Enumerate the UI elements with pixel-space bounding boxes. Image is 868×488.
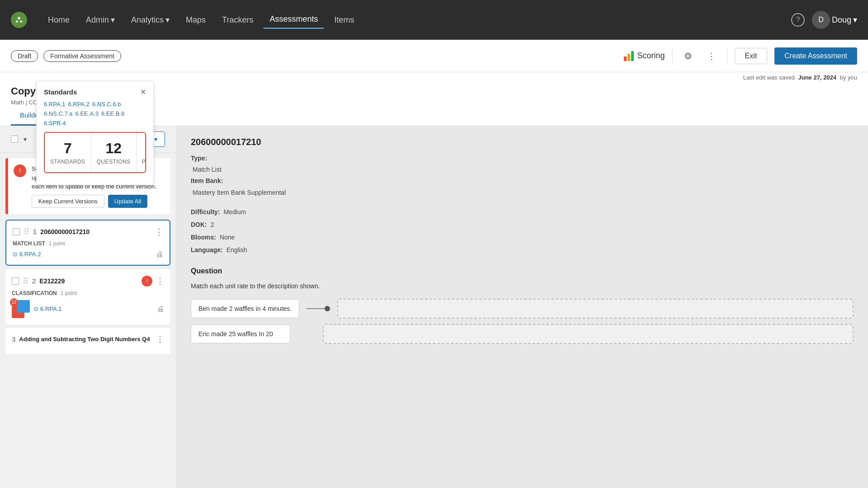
detail-id: 20600000017210 (191, 137, 854, 147)
item-2-type: CLASSIFICATION (12, 290, 57, 296)
item-2-type-row: CLASSIFICATION 1 point (12, 290, 164, 296)
item-2-more-icon[interactable]: ⋮ (156, 276, 164, 286)
match-right-2 (323, 324, 854, 344)
stacked-badge: 12 (10, 298, 18, 306)
questions-count: 12 (105, 140, 122, 157)
nav-items[interactable]: Items (328, 12, 360, 28)
svg-point-2 (20, 20, 23, 23)
std-tag-3[interactable]: 6.NS.C.7.a (44, 110, 73, 117)
std-tag-0[interactable]: 6.RPA.1 (44, 101, 65, 108)
nav-assessments[interactable]: Assessments (263, 11, 324, 29)
detail-type: Type: Match List (191, 153, 854, 175)
item-1-footer: ⊙ 6.RPA.2 🖨 (13, 250, 163, 258)
item-1-drag-handle[interactable]: ⠿ (24, 227, 29, 237)
nav-home[interactable]: Home (42, 12, 76, 28)
item-card-3[interactable]: 3 Adding and Subtracting Two Digit Numbe… (5, 328, 170, 354)
item-1-print-icon[interactable]: 🖨 (156, 250, 163, 258)
match-dot-1 (325, 306, 330, 311)
top-nav: Home Admin ▾ Analytics ▾ Maps Trackers A… (0, 0, 868, 40)
item-1-type-row: MATCH LIST 1 point (13, 240, 163, 247)
item-1-number: 1 (33, 228, 37, 235)
question-text: Match each unit rate to the description … (191, 282, 854, 290)
item-3-header: 3 Adding and Subtracting Two Digit Numbe… (12, 334, 164, 344)
detail-attrs: Difficulty: Medium DOK: 2 Blooms: None L… (191, 206, 854, 256)
stats-box: 7 STANDARDS 12 QUESTIONS 18 POINTS (44, 132, 146, 173)
standards-tags: 6.RPA.1 6.RPA.2 6.NS.C.6.b 6.NS.C.7.a 6.… (44, 101, 146, 127)
standards-close-icon[interactable]: ✕ (140, 88, 146, 96)
scoring-button[interactable]: Scoring (624, 51, 665, 61)
standard-icon2: ⊙ (33, 305, 38, 312)
match-line-1 (307, 308, 325, 309)
update-all-button[interactable]: Update All (108, 195, 147, 208)
select-all-checkbox[interactable] (11, 136, 18, 143)
formative-badge[interactable]: Formative Assessment (43, 50, 121, 62)
draft-badge[interactable]: Draft (11, 50, 38, 62)
item-2-drag-handle[interactable]: ⠿ (23, 276, 28, 286)
select-chevron-icon[interactable]: ▾ (24, 136, 27, 143)
settings-icon[interactable]: ⚙ (680, 48, 696, 64)
points-label: POINTS (142, 159, 146, 165)
nav-right: ? D Doug ▾ (791, 11, 857, 29)
toolbar: Draft Formative Assessment Scoring ⚙ ⋮ E… (0, 40, 868, 72)
more-options-icon[interactable]: ⋮ (703, 48, 720, 64)
stacked-layer2 (17, 300, 30, 313)
last-edit-bar: Last edit was saved June 27, 2024 by you (0, 72, 868, 81)
detail-blooms: Blooms: None (191, 231, 854, 244)
item-1-checkbox[interactable] (13, 228, 20, 235)
detail-dok: DOK: 2 (191, 218, 854, 231)
item-2-checkbox[interactable] (12, 277, 19, 285)
item-2-alert-badge: ! (142, 276, 152, 286)
keep-versions-button[interactable]: Keep Current Versions (32, 195, 104, 208)
std-tag-2[interactable]: 6.NS.C.6.b (92, 101, 121, 108)
item-1-type: MATCH LIST (13, 240, 45, 247)
detail-difficulty: Difficulty: Medium (191, 206, 854, 218)
match-connector-1 (307, 306, 330, 311)
question-label: Question (191, 267, 854, 275)
item-1-standard: ⊙ 6.RPA.2 (13, 251, 41, 258)
detail-language: Language: English (191, 244, 854, 256)
item-2-stacked-icon: 12 (12, 300, 30, 318)
nav-trackers[interactable]: Trackers (216, 12, 259, 28)
points-count: 18 (145, 140, 146, 157)
help-icon[interactable]: ? (791, 13, 805, 27)
std-tag-6[interactable]: 6.SPR.4 (44, 120, 66, 127)
question-section: Question Match each unit rate to the des… (191, 267, 854, 344)
stat-questions: 12 QUESTIONS (91, 133, 137, 172)
standard-icon: ⊙ (13, 251, 18, 258)
svg-point-1 (16, 20, 19, 23)
standards-label: STANDARDS (50, 159, 85, 165)
alert-icon: ! (14, 164, 26, 177)
match-list: Ben made 2 waffles in 4 minutes. Eric ma… (191, 299, 854, 344)
exit-button[interactable]: Exit (735, 48, 768, 64)
match-row-2: Eric made 25 waffles In 20 (191, 324, 854, 344)
item-card-2[interactable]: ⠿ 2 E212229 ! ⋮ CLASSIFICATION 1 point (5, 269, 170, 324)
select-all-area: ▾ (11, 136, 27, 143)
user-menu[interactable]: D Doug ▾ (812, 11, 857, 29)
item-2-id: E212229 (39, 277, 65, 285)
item-3-more-icon[interactable]: ⋮ (156, 334, 164, 344)
std-tag-1[interactable]: 6.RPA.2 (68, 101, 89, 108)
item-1-points: 1 point (49, 240, 65, 247)
separator2 (727, 48, 727, 64)
header-section: Draft Formative Assessment Scoring ⚙ ⋮ E… (0, 40, 868, 126)
scoring-icon (624, 51, 634, 61)
right-panel: 20600000017210 Type: Match List Item Ban… (176, 126, 868, 488)
create-assessment-button[interactable]: Create Assessment (774, 47, 857, 65)
std-tag-4[interactable]: 6.EE.A.3 (75, 110, 99, 117)
item-card-1[interactable]: ⠿ 1 20600000017210 ⋮ MATCH LIST 1 point … (5, 220, 170, 266)
std-tag-5[interactable]: 6.EE.B.8 (101, 110, 124, 117)
svg-point-0 (18, 17, 20, 20)
app-logo[interactable] (11, 12, 27, 28)
item-2-print-icon[interactable]: 🖨 (157, 305, 164, 313)
nav-analytics[interactable]: Analytics ▾ (125, 11, 176, 28)
standards-count: 7 (64, 140, 72, 157)
item-2-icons-area: 12 ⊙ 6.RPA.1 (12, 300, 61, 318)
detail-bank: Item Bank: Mastery Item Bank Supplementa… (191, 175, 854, 198)
match-left-2: Eric made 25 waffles In 20 (191, 324, 290, 343)
nav-items: Home Admin ▾ Analytics ▾ Maps Trackers A… (42, 11, 777, 29)
nav-admin[interactable]: Admin ▾ (80, 11, 121, 28)
item-1-more-icon[interactable]: ⋮ (155, 227, 163, 237)
match-row-1: Ben made 2 waffles in 4 minutes. (191, 299, 854, 319)
bar3 (631, 51, 634, 61)
nav-maps[interactable]: Maps (179, 12, 212, 28)
